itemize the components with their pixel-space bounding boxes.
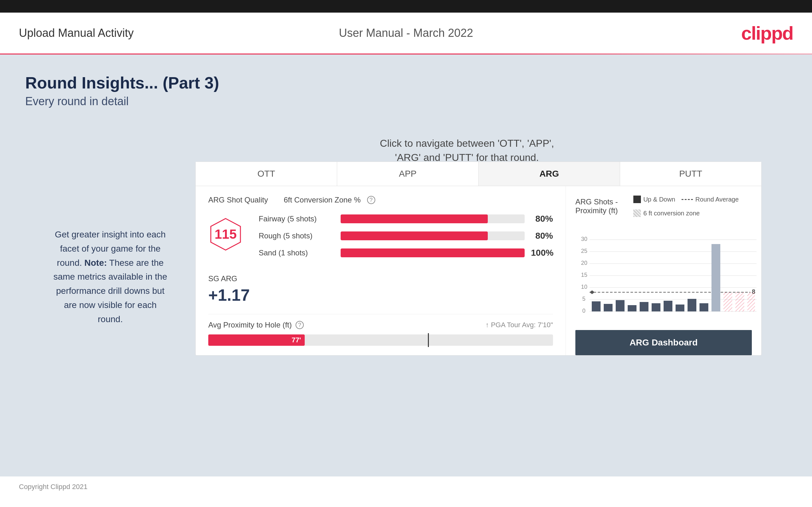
bar-label-fairway: Fairway (5 shots)	[259, 215, 334, 223]
svg-marker-19	[590, 290, 595, 294]
footer: Copyright Clippd 2021	[0, 476, 812, 497]
svg-rect-34	[747, 292, 755, 312]
info-icon[interactable]: ?	[367, 196, 375, 204]
bar-label-sand: Sand (1 shots)	[259, 248, 334, 257]
proximity-value: 77'	[292, 336, 301, 344]
chart-area: 0 5 10 15 20 25 30	[575, 225, 752, 324]
panel-left: ARG Shot Quality 6ft Conversion Zone % ?…	[196, 186, 566, 355]
copyright: Copyright Clippd 2021	[19, 483, 88, 491]
svg-rect-22	[604, 304, 613, 312]
page-title: Round Insights... (Part 3)	[25, 73, 787, 92]
bar-fill-fairway	[341, 215, 488, 223]
bar-rows: Fairway (5 shots) 80% Rough (5 shots)	[259, 214, 553, 265]
svg-rect-30	[700, 303, 708, 312]
proximity-label: Avg Proximity to Hole (ft)	[208, 321, 292, 329]
svg-text:30: 30	[581, 236, 587, 242]
legend-label-updown: Up & Down	[644, 196, 675, 203]
svg-rect-23	[616, 300, 624, 312]
legend-label-round-avg: Round Average	[696, 196, 739, 203]
note-bold: Note:	[85, 258, 107, 268]
tab-arg[interactable]: ARG	[478, 162, 620, 186]
bar-row-rough: Rough (5 shots) 80%	[259, 231, 553, 241]
svg-rect-21	[592, 301, 601, 312]
bar-track-sand	[341, 248, 525, 257]
hex-score: 115	[208, 217, 243, 251]
sg-label: SG ARG	[208, 274, 553, 283]
page-subtitle: Every round in detail	[25, 95, 787, 108]
shot-quality-header: ARG Shot Quality 6ft Conversion Zone % ?	[208, 195, 553, 204]
bar-fill-sand	[341, 248, 525, 257]
svg-text:0: 0	[582, 308, 586, 313]
legend-box-updown	[633, 195, 641, 203]
svg-rect-24	[628, 305, 637, 312]
hex-number: 115	[215, 227, 237, 242]
clippd-logo: clippd	[741, 22, 793, 44]
bar-track-rough	[341, 231, 525, 240]
hex-bar-container: 115 Fairway (5 shots) 80%	[208, 214, 553, 265]
svg-rect-28	[675, 304, 684, 312]
proximity-bar-fill: 77'	[208, 334, 305, 346]
bar-pct-sand: 100%	[531, 248, 553, 258]
header: Upload Manual Activity User Manual - Mar…	[0, 13, 812, 54]
proximity-section: Avg Proximity to Hole (ft) ? ↑ PGA Tour …	[208, 314, 553, 346]
bar-track-fairway	[341, 215, 525, 223]
chart-title: ARG Shots - Proximity (ft)	[575, 198, 633, 215]
bar-pct-fairway: 80%	[531, 214, 553, 224]
svg-rect-26	[652, 303, 660, 312]
svg-rect-25	[640, 302, 649, 312]
panel-right: ARG Shots - Proximity (ft) Up & Down Rou…	[566, 186, 761, 355]
arg-chart: 0 5 10 15 20 25 30	[575, 225, 758, 313]
panel-body: ARG Shot Quality 6ft Conversion Zone % ?…	[196, 186, 761, 355]
legend: Up & Down Round Average 6 ft conversion …	[633, 195, 752, 217]
legend-hatched-icon	[633, 210, 641, 217]
svg-text:10: 10	[581, 284, 587, 290]
tab-app[interactable]: APP	[337, 162, 478, 186]
tabs: OTT APP ARG PUTT	[196, 162, 761, 186]
svg-text:20: 20	[581, 260, 587, 266]
svg-rect-32	[723, 292, 732, 312]
legend-dashed-icon	[681, 199, 693, 200]
svg-text:25: 25	[581, 248, 587, 254]
sg-value: +1.17	[208, 286, 553, 304]
sg-section: SG ARG +1.17	[208, 274, 553, 304]
dashboard-panel: OTT APP ARG PUTT ARG Shot Quality 6ft Co…	[195, 162, 762, 355]
svg-rect-29	[688, 299, 696, 312]
bar-fill-rough	[341, 231, 488, 240]
legend-label-conversion: 6 ft conversion zone	[644, 210, 700, 217]
shot-quality-label: ARG Shot Quality	[208, 195, 268, 204]
svg-text:5: 5	[582, 296, 586, 302]
chart-header: ARG Shots - Proximity (ft) Up & Down Rou…	[575, 195, 752, 217]
proximity-bar-track: 77'	[208, 334, 553, 346]
legend-item-round-avg: Round Average	[681, 196, 739, 203]
svg-text:15: 15	[581, 272, 587, 278]
bar-row-sand: Sand (1 shots) 100%	[259, 248, 553, 258]
proximity-cursor	[428, 333, 429, 347]
proximity-info-icon[interactable]: ?	[296, 321, 304, 329]
content-wrapper: Round Insights... (Part 3) Every round i…	[25, 73, 787, 108]
legend-item-conversion: 6 ft conversion zone	[633, 210, 700, 217]
bar-label-rough: Rough (5 shots)	[259, 231, 334, 240]
document-title: User Manual - March 2022	[339, 26, 473, 40]
bar-row-fairway: Fairway (5 shots) 80%	[259, 214, 553, 224]
svg-rect-27	[664, 301, 672, 312]
pga-avg: ↑ PGA Tour Avg: 7'10"	[486, 321, 553, 329]
tab-ott[interactable]: OTT	[196, 162, 337, 186]
upload-label: Upload Manual Activity	[19, 26, 134, 40]
bar-pct-rough: 80%	[531, 231, 553, 241]
main-content: Round Insights... (Part 3) Every round i…	[0, 54, 812, 476]
arg-dashboard-button[interactable]: ARG Dashboard	[575, 330, 752, 355]
svg-rect-31	[711, 244, 720, 312]
left-description: Get greater insight into each facet of y…	[50, 228, 170, 327]
proximity-header: Avg Proximity to Hole (ft) ? ↑ PGA Tour …	[208, 321, 553, 329]
legend-item-updown: Up & Down	[633, 195, 675, 203]
conversion-label: 6ft Conversion Zone %	[284, 195, 360, 204]
tab-putt[interactable]: PUTT	[620, 162, 761, 186]
nav-hint-text: Click to navigate between 'OTT', 'APP','…	[380, 136, 554, 165]
svg-rect-33	[735, 292, 744, 312]
top-bar	[0, 0, 812, 13]
